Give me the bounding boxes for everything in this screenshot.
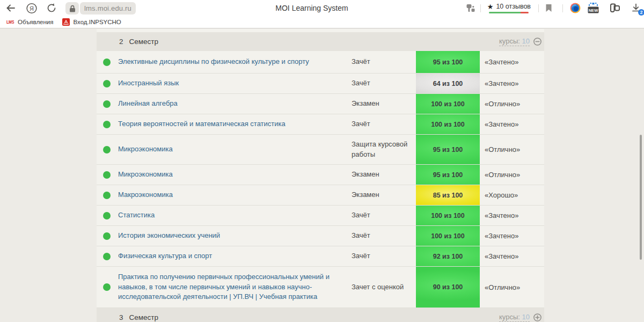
collapse-semester-button minus-circle-icon[interactable] [533,38,541,46]
course-cell: Практика по получению первичных професси… [118,267,352,308]
score-text: 95 из 100 [433,58,463,66]
course-link[interactable]: Микроэкономика [118,170,173,180]
url-text: lms.moi.edu.ru [84,4,131,12]
collections-button[interactable] [609,3,620,14]
grade-row: Иностранный языкЗачёт64 из 100«Зачтено» [97,73,544,93]
exam-type-cell: Зачет с оценкой [352,267,416,308]
grade-cell: «Отлично» [480,94,544,114]
grade-cell: «Отлично» [480,135,544,164]
rating-bar [489,12,529,13]
exam-type-cell: Экзамен [352,94,416,114]
status-dot-icon [103,146,111,153]
course-link[interactable]: Микроэкономика [118,144,173,155]
course-link[interactable]: Иностранный язык [118,78,179,89]
exam-type-text: Зачёт [352,119,370,129]
course-cell: Линейная алгебра [118,94,352,114]
downloads-button[interactable]: 2 [631,2,642,14]
course-link[interactable]: Линейная алгебра [118,99,178,109]
status-dot-cell [97,114,118,134]
bookmark-page-button[interactable] [545,4,552,12]
score-text: 64 из 100 [433,80,463,87]
grade-text: «Отлично» [485,145,520,153]
status-dot-icon [103,283,111,291]
exam-type-text: Экзамен [352,99,379,109]
courses-count-link[interactable]: курсы: 10 [499,313,530,322]
course-link[interactable]: История экономических учений [118,231,220,241]
bookmark-item-lms[interactable]: LMS Объявления [6,19,54,25]
course-cell: Макроэкономика [118,185,352,205]
grade-cell: «Зачтено» [480,226,544,246]
scrollbar-thumb[interactable] [640,135,642,260]
password-manager-button[interactable] [465,3,476,13]
grade-row: МакроэкономикаЭкзамен85 из 100«Хорошо» [97,185,544,205]
score-cell: 92 из 100 [416,246,480,266]
address-bar[interactable]: lms.moi.edu.ru [80,2,136,14]
bookmarks-bar: LMS Объявления Вход.INPSYCHO [0,16,644,28]
exam-type-text: Зачёт [352,210,370,221]
course-cell: Микроэкономика [118,165,352,185]
course-cell: Физическая культура и спорт [118,246,352,266]
grade-text: «Отлично» [485,171,520,179]
grade-text: «Зачтено» [485,79,518,87]
status-dot-icon [103,80,111,87]
grade-cell: «Зачтено» [480,74,544,93]
course-cell: Иностранный язык [118,74,352,93]
course-cell: История экономических учений [118,226,352,246]
score-text: 92 из 100 [433,253,463,260]
reviews-count: 10 отзывов [496,3,531,10]
exam-type-cell: Зачёт [352,246,416,266]
inpsycho-favicon [62,18,70,26]
course-link[interactable]: Практика по получению первичных професси… [118,272,330,302]
rating-bar-positive [489,12,521,13]
status-dot-icon [103,58,111,66]
grade-text: «Зачтено» [485,252,518,260]
status-dot-icon [103,121,111,128]
exam-type-text: Защита курсовой работы [352,140,407,159]
score-cell: 95 из 100 [416,51,480,73]
grade-rows: Элективные дисциплины по физической куль… [97,51,544,308]
course-link[interactable]: Статистика [118,210,155,221]
camera-lens-extension-icon [570,3,581,13]
status-dot-icon [103,192,111,199]
exam-type-text: Экзамен [352,190,379,200]
course-link[interactable]: Макроэкономика [118,190,173,200]
site-security-button[interactable] [65,2,79,14]
courses-count-link[interactable]: курсы: 10 [499,37,530,46]
yandex-home-button[interactable]: Я [26,0,37,16]
grade-row: МикроэкономикаЗащита курсовой работы95 и… [97,134,544,164]
status-dot-cell [97,246,118,266]
bookmark-label: Вход.INPSYCHO [74,19,121,25]
extension-lens-button[interactable] [570,3,581,13]
back-button[interactable] [4,0,17,16]
svg-text:NEW: NEW [589,8,599,13]
extension-new-button[interactable]: NEW [587,2,599,14]
course-link[interactable]: Теория вероятностей и математическая ста… [118,119,286,129]
bookmark-item-inpsycho[interactable]: Вход.INPSYCHO [62,18,121,26]
grade-row: Практика по получению первичных професси… [97,266,544,308]
course-link[interactable]: Физическая культура и спорт [118,251,212,261]
semester-3-header: 3 Семестр курсы: 10 [97,308,544,322]
course-cell: Теория вероятностей и математическая ста… [118,114,352,134]
bookmark-label: Объявления [18,19,54,25]
expand-semester-button plus-circle-icon[interactable] [533,313,541,321]
grade-cell: «Отлично» [480,267,544,308]
course-link[interactable]: Элективные дисциплины по физической куль… [118,57,309,67]
toolbar-divider [480,4,481,12]
score-text: 100 из 100 [431,232,465,240]
grade-row: МикроэкономикаЭкзамен95 из 100«Отлично» [97,164,544,185]
grade-row: Линейная алгебраЭкзамен100 из 100«Отличн… [97,93,544,114]
lms-favicon: LMS [6,19,12,25]
grade-row: СтатистикаЗачёт100 из 100«Зачтено» [97,205,544,225]
reload-button[interactable] [46,0,57,16]
status-dot-icon [103,171,111,179]
exam-type-cell: Защита курсовой работы [352,135,416,164]
exam-type-cell: Зачёт [352,51,416,73]
exam-type-cell: Экзамен [352,185,416,205]
grade-row: Физическая культура и спортЗачёт92 из 10… [97,246,544,266]
score-cell: 64 из 100 [416,74,480,93]
site-rating-widget[interactable]: ★ 10 отзывов [487,3,531,13]
back-arrow-icon [5,3,16,13]
semester-number: 3 [119,313,123,321]
grade-text: «Зачтено» [485,211,518,219]
toolbar-right-icons: ★ 10 отзывов [465,0,644,16]
